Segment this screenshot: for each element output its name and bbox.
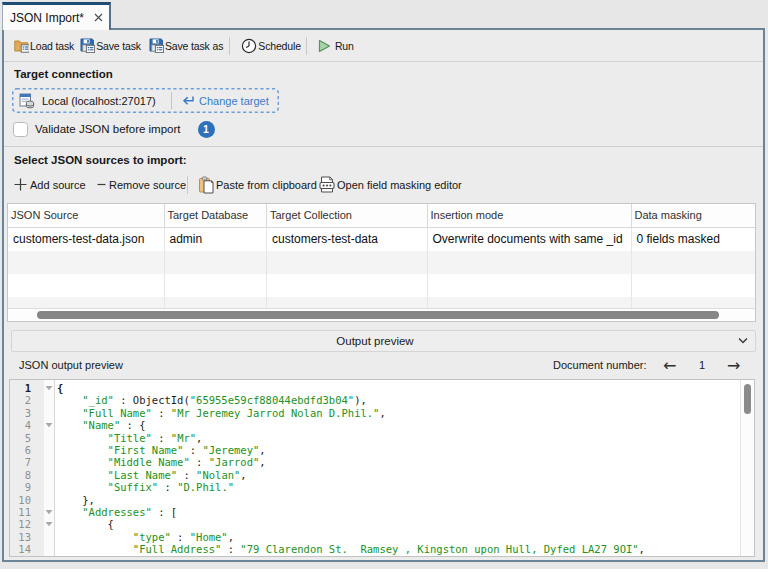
source-row[interactable]: customers-test-data.jsonadmincustomers-t…: [8, 228, 755, 251]
column-header[interactable]: Insertion mode: [428, 204, 632, 227]
schedule-clock-icon: [241, 38, 257, 54]
sources-table[interactable]: JSON SourceTarget DatabaseTarget Collect…: [7, 203, 756, 322]
previous-document-arrow[interactable]: ←: [663, 352, 676, 379]
code-line: "Full Name" : "Mr Jeremey Jarrod Nolan D…: [57, 407, 740, 419]
line-number: 10: [10, 494, 31, 506]
fold-toggle-icon[interactable]: [45, 422, 53, 428]
line-number: 1: [10, 382, 31, 394]
vertical-scrollbar[interactable]: [740, 380, 754, 556]
code-line: "Middle Name" : "Jarrod",: [57, 456, 740, 468]
line-number: 13: [10, 531, 31, 543]
code-line: "type" : "Home",: [57, 531, 740, 543]
next-document-arrow[interactable]: →: [727, 352, 740, 379]
line-number: 2: [10, 394, 31, 406]
target-connection-heading: Target connection: [14, 68, 113, 80]
info-badge[interactable]: 1: [198, 121, 215, 138]
change-target-button[interactable]: Change target: [180, 94, 269, 107]
schedule-button[interactable]: Schedule: [241, 38, 301, 54]
run-button[interactable]: Run: [318, 39, 354, 53]
column-header[interactable]: Target Collection: [267, 204, 428, 227]
code-line: "Name" : {: [57, 419, 740, 431]
code-line: "Full Address" : "79 Clarendon St. Ramse…: [57, 543, 740, 555]
schedule-label: Schedule: [258, 40, 301, 52]
line-number: 5: [10, 432, 31, 444]
output-preview-bar[interactable]: Output preview: [11, 330, 756, 352]
empty-row: [8, 274, 755, 297]
table-cell: [8, 251, 165, 274]
save-task-button[interactable]: Save task: [80, 38, 141, 53]
task-toolbar: Load task Save task: [4, 30, 763, 62]
run-icon: [318, 39, 331, 53]
change-target-label: Change target: [199, 95, 269, 107]
validate-json-row: Validate JSON before import 1: [13, 121, 215, 137]
table-cell: Overwrite documents with same _id: [428, 228, 632, 251]
table-cell: [165, 274, 268, 297]
horizontal-scrollbar[interactable]: [8, 308, 755, 321]
output-preview-title: Output preview: [12, 335, 738, 347]
code-line: "Suffix" : "D.Phil.": [57, 481, 740, 493]
load-task-button[interactable]: Load task: [14, 38, 74, 53]
line-number: 6: [10, 444, 31, 456]
toolbar-separator: [229, 37, 230, 55]
connection-label: Local (localhost:27017): [42, 95, 156, 107]
column-header[interactable]: JSON Source: [8, 204, 165, 227]
validate-json-checkbox[interactable]: [13, 122, 28, 137]
code-line: "First Name" : "Jeremey",: [57, 444, 740, 456]
run-label: Run: [335, 40, 354, 52]
code-line: {: [57, 518, 740, 530]
remove-source-button[interactable]: Remove source: [97, 174, 186, 195]
code-line: },: [57, 494, 740, 506]
preview-controls-row: JSON output preview Document number: ← 1…: [0, 352, 768, 379]
table-cell: [428, 251, 632, 274]
separator-line: [4, 146, 763, 147]
fold-toggle-icon[interactable]: [45, 509, 53, 515]
tab-close-icon[interactable]: [93, 13, 103, 23]
add-source-button[interactable]: Add source: [14, 174, 86, 195]
connection-separator: [171, 92, 172, 109]
paste-from-clipboard-button[interactable]: Paste from clipboard: [198, 174, 317, 195]
code-line: {: [57, 382, 740, 394]
vertical-scrollbar-thumb[interactable]: [744, 384, 751, 414]
toolbar-separator: [306, 37, 307, 55]
column-header[interactable]: Target Database: [165, 204, 268, 227]
json-import-window: JSON Import* Load tas: [0, 0, 768, 569]
tab-json-import[interactable]: JSON Import*: [2, 2, 111, 30]
document-number-value: 1: [694, 352, 710, 379]
code-line: "Title" : "Mr",: [57, 432, 740, 444]
table-cell: customers-test-data.json: [8, 228, 165, 251]
sources-table-body: customers-test-data.jsonadmincustomers-t…: [8, 228, 755, 320]
open-field-masking-editor-button[interactable]: Open field masking editor: [319, 174, 462, 195]
sources-table-header: JSON SourceTarget DatabaseTarget Collect…: [8, 204, 755, 228]
save-task-as-button[interactable]: Save task as: [149, 38, 223, 53]
open-field-masking-editor-label: Open field masking editor: [337, 179, 462, 191]
fold-toggle-icon[interactable]: [45, 385, 53, 391]
editor-fold-column: [44, 380, 55, 556]
fold-toggle-icon[interactable]: [45, 521, 53, 527]
line-number: 3: [10, 407, 31, 419]
chevron-down-icon[interactable]: [738, 337, 748, 345]
horizontal-scrollbar-thumb[interactable]: [37, 311, 719, 319]
clipboard-icon: [198, 176, 214, 194]
paste-from-clipboard-label: Paste from clipboard: [216, 179, 317, 191]
editor-code[interactable]: { "_id" : ObjectId("65955e59cf88044ebdfd…: [57, 380, 740, 556]
code-line: "Addresses" : [: [57, 506, 740, 518]
column-header[interactable]: Data masking: [632, 204, 756, 227]
sources-toolbar-separator: [187, 176, 188, 194]
table-cell: [267, 274, 428, 297]
save-task-icon: [80, 38, 95, 53]
document-number-label: Document number:: [553, 352, 647, 379]
editor-gutter: 1234567891011121314: [10, 380, 44, 556]
table-cell: admin: [165, 228, 268, 251]
table-cell: [165, 251, 268, 274]
change-target-arrow-icon: [180, 94, 195, 107]
line-number: 4: [10, 419, 31, 431]
validate-json-label: Validate JSON before import: [35, 123, 181, 135]
connection-selector[interactable]: Local (localhost:27017) Change target: [12, 88, 279, 113]
connection-server-icon: [19, 93, 35, 109]
table-cell: [428, 274, 632, 297]
field-masking-icon: [319, 176, 335, 193]
json-preview-editor[interactable]: 1234567891011121314 { "_id" : ObjectId("…: [9, 379, 755, 557]
line-number: 14: [10, 543, 31, 555]
line-number: 11: [10, 506, 31, 518]
add-source-label: Add source: [30, 179, 86, 191]
